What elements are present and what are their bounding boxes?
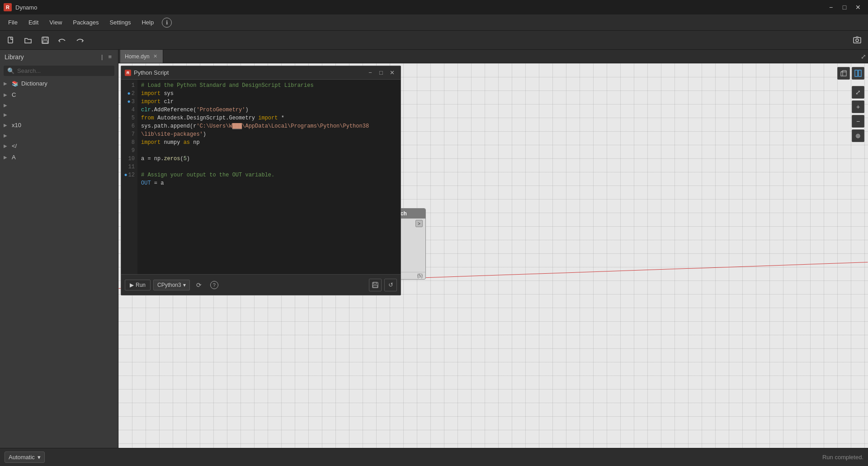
menu-settings[interactable]: Settings [105, 17, 135, 28]
sidebar-item-dictionary[interactable]: ▶ 📚 Dictionary [0, 78, 118, 89]
sidebar-title: Library [5, 53, 24, 61]
run-icon: ▶ [130, 282, 134, 288]
menu-file[interactable]: File [4, 17, 22, 28]
toolbar-right [850, 33, 864, 48]
svg-rect-3 [43, 41, 47, 43]
run-button[interactable]: ▶ Run [125, 280, 151, 290]
sidebar-item-4[interactable]: ▶ [0, 110, 118, 119]
expand-arrow-icon: ▶ [4, 143, 9, 148]
code-area[interactable]: 1 ●2 ●3 4 5 6 7 8 9 10 11 ●12 [121, 80, 401, 274]
save-script-button[interactable] [369, 279, 382, 291]
line-num-10: 10 [121, 155, 137, 163]
expand-panel-button[interactable]: ⤢ [861, 53, 866, 60]
sidebar-item-label: x10 [12, 122, 21, 128]
code-line-9: a = np.zeros(5) [141, 155, 397, 163]
code-line-5: from Autodesk.DesignScript.Geometry impo… [141, 114, 397, 122]
status-bar: Automatic ▾ Run completed. [0, 448, 868, 466]
svg-rect-10 [841, 72, 846, 76]
line-num-5: 5 [121, 114, 137, 122]
center-button[interactable]: ⊕ [852, 129, 864, 142]
open-file-button[interactable] [21, 33, 35, 48]
zoom-in-button[interactable]: + [852, 100, 864, 113]
status-text: Run completed. [822, 454, 863, 461]
fit-view-button[interactable]: ⤢ [852, 86, 864, 99]
run-mode-arrow-icon: ▾ [38, 454, 41, 461]
app-logo: R [4, 3, 12, 11]
svg-rect-0 [8, 37, 13, 43]
sidebar-item-x10[interactable]: ▶ x10 [0, 119, 118, 131]
editor-minimize-button[interactable]: − [365, 68, 375, 78]
code-line-12: OUT = a [141, 179, 397, 187]
info-icon[interactable]: ℹ [162, 18, 172, 28]
sidebar-view-button[interactable]: ≡ [106, 52, 113, 61]
engine-name: CPython3 [157, 282, 181, 288]
close-button[interactable]: ✕ [852, 1, 864, 14]
sidebar-item-c[interactable]: ▶ C [0, 89, 118, 100]
sidebar-item-a[interactable]: ▶ A [0, 152, 118, 163]
title-bar: R Dynamo − □ ✕ [0, 0, 868, 14]
redo-button[interactable] [72, 33, 87, 48]
run-mode-selector[interactable]: Automatic ▾ [5, 452, 45, 463]
sidebar-item-3[interactable]: ▶ [0, 100, 118, 110]
run-mode-label: Automatic [9, 454, 35, 461]
engine-selector[interactable]: CPython3 ▾ [153, 280, 190, 290]
editor-close-button[interactable]: ✕ [387, 68, 397, 78]
editor-logo: R [125, 70, 131, 76]
code-line-8 [141, 147, 397, 155]
tab-home[interactable]: Home.dyn ✕ [120, 50, 163, 63]
tab-close-button[interactable]: ✕ [152, 53, 158, 59]
sidebar-item-label: C [12, 91, 16, 98]
code-line-1: # Load the Python Standard and DesignScr… [141, 81, 397, 90]
revert-script-button[interactable]: ↺ [384, 279, 397, 291]
code-line-6: sys.path.append(r'C:\Users\W███\AppData\… [141, 122, 397, 130]
run-label: Run [136, 282, 146, 288]
line-num-8: 8 [121, 138, 137, 147]
expand-arrow-icon: ▶ [4, 81, 9, 86]
sidebar-filter-button[interactable]: | [99, 52, 104, 61]
maximize-button[interactable]: □ [838, 1, 851, 14]
sidebar-item-label: </ [12, 143, 17, 149]
watch-out-port[interactable]: > [415, 220, 423, 227]
code-line-11: # Assign your output to the OUT variable… [141, 171, 397, 179]
editor-window-title: Python Script [134, 69, 169, 76]
search-input[interactable] [17, 67, 111, 74]
line-num-11: 11 [121, 163, 137, 171]
3d-view-button[interactable] [837, 67, 850, 80]
layout-button[interactable] [852, 67, 864, 80]
svg-rect-12 [855, 70, 858, 76]
sidebar-item-5[interactable]: ▶ [0, 131, 118, 140]
sidebar-item-label: A [12, 154, 16, 161]
search-icon: 🔍 [7, 67, 14, 74]
sidebar-item-tag[interactable]: ▶ </ [0, 140, 118, 152]
canvas-grid[interactable]: Python Script IN[0] + - OUT [118, 63, 868, 448]
window-controls: − □ ✕ [825, 1, 864, 14]
line-num-3: ●3 [121, 98, 137, 106]
sidebar: Library | ≡ 🔍 ▶ 📚 Dictionary ▶ C ▶ [0, 50, 118, 448]
sync-button[interactable]: ⟳ [193, 279, 205, 291]
menu-help[interactable]: Help [137, 17, 158, 28]
code-line-3: import clr [141, 98, 397, 106]
undo-button[interactable] [55, 33, 70, 48]
tab-bar: Home.dyn ✕ ⤢ [118, 50, 868, 63]
sidebar-items: ▶ 📚 Dictionary ▶ C ▶ ▶ ▶ x10 ▶ [0, 78, 118, 448]
editor-title-area: R Python Script [125, 69, 169, 76]
main-toolbar [0, 31, 868, 50]
save-file-button[interactable] [38, 33, 52, 48]
editor-maximize-button[interactable]: □ [376, 68, 386, 78]
python-editor-window: R Python Script − □ ✕ 1 ●2 ● [121, 66, 401, 295]
line-num-4: 4 [121, 106, 137, 114]
app-title: R Dynamo [4, 3, 37, 11]
main-layout: Library | ≡ 🔍 ▶ 📚 Dictionary ▶ C ▶ [0, 50, 868, 448]
menu-edit[interactable]: Edit [24, 17, 43, 28]
minimize-button[interactable]: − [825, 1, 837, 14]
menu-packages[interactable]: Packages [68, 17, 103, 28]
new-file-button[interactable] [4, 33, 18, 48]
code-content[interactable]: # Load the Python Standard and DesignScr… [137, 80, 401, 274]
screenshot-button[interactable] [850, 33, 864, 48]
help-button[interactable]: ? [208, 279, 221, 291]
search-box: 🔍 [4, 66, 114, 76]
line-num-1: 1 [121, 81, 137, 90]
canvas-area: Python Script IN[0] + - OUT [118, 63, 868, 448]
zoom-out-button[interactable]: − [852, 115, 864, 128]
menu-view[interactable]: View [45, 17, 66, 28]
